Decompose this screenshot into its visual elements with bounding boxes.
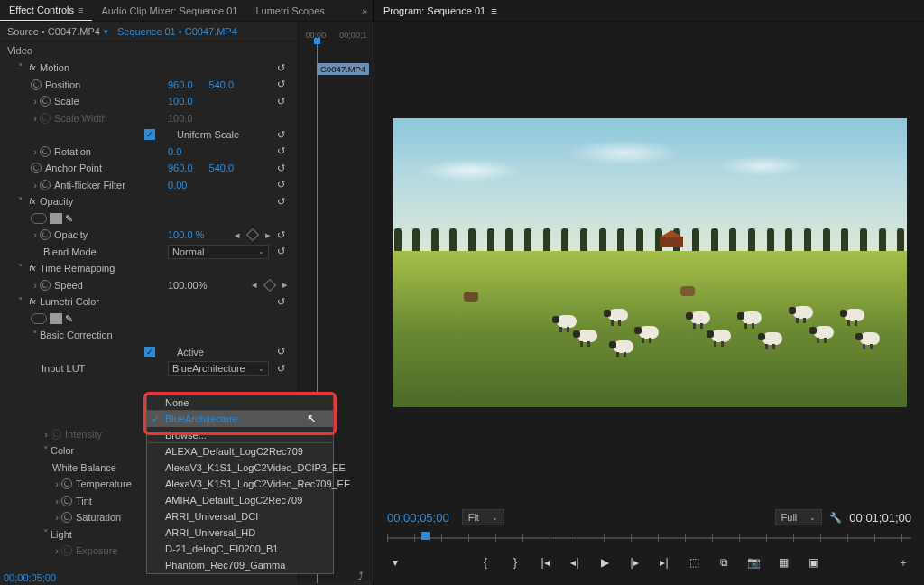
lut-option[interactable]: D-21_delogC_EI0200_B1 [147,541,333,557]
mark-out-button[interactable]: } [507,554,523,571]
blend-mode-dropdown[interactable]: Normal⌄ [168,245,269,259]
prop-opacity-value[interactable]: › Opacity 100.0 % ◂▸↺ [0,227,373,244]
play-button[interactable]: ▶ [596,554,613,571]
anchor-x[interactable]: 960.0 [168,162,193,173]
prop-blend-mode[interactable]: Blend Mode Normal⌄ ↺ [0,244,373,261]
antiflicker-value[interactable]: 0.00 [168,180,187,190]
panel-overflow-icon[interactable]: » [356,5,373,16]
reset-icon[interactable]: ↺ [273,362,288,375]
comparison-view-button[interactable]: ▦ [775,554,791,571]
prop-anchor-point[interactable]: Anchor Point 960.0540.0 ↺ [0,160,373,177]
effect-opacity[interactable]: ˅fx Opacity ↺ [0,193,373,210]
prop-scale[interactable]: › Scale 100.0 ↺ [0,93,373,110]
stopwatch-icon[interactable] [51,429,61,440]
stopwatch-icon[interactable] [61,478,72,489]
settings-icon[interactable]: 🔧 [829,512,842,524]
extract-button[interactable]: ⧉ [716,554,732,571]
lut-option[interactable]: AMIRA_Default_LogC2Rec709 [147,492,333,508]
rotation-value[interactable]: 0.0 [168,146,181,157]
anchor-y[interactable]: 540.0 [209,162,235,173]
prop-input-lut[interactable]: Input LUT BlueArchitecture⌄ ↺ [0,360,373,377]
prop-position[interactable]: Position 960.0540.0 ↺ [0,77,373,94]
opacity-value[interactable]: 100.0 % [168,229,204,240]
reset-icon[interactable]: ↺ [273,228,288,241]
reset-icon[interactable]: ↺ [273,162,288,174]
export-frame-button[interactable]: 📷 [745,554,762,571]
lut-option-browse[interactable]: Browse... [147,427,333,443]
rect-mask-icon[interactable] [50,313,62,324]
fx-badge-icon[interactable]: fx [25,195,40,208]
pen-mask-icon[interactable]: ✎ [65,213,76,224]
lut-option[interactable]: ALEXA_Default_LogC2Rec709 [147,443,333,460]
reset-icon[interactable]: ↺ [273,61,288,74]
panel-timecode[interactable]: 00;00;05;00 [4,572,56,583]
add-marker-button[interactable]: ▾ [387,554,403,571]
scale-value[interactable]: 100.0 [168,96,193,107]
program-scrub-bar[interactable] [387,527,911,549]
position-x[interactable]: 960.0 [168,79,193,90]
program-monitor-viewport[interactable] [374,22,924,504]
current-timecode[interactable]: 00;00;05;00 [387,511,449,525]
effect-motion[interactable]: ˅fx Motion ↺ [0,60,373,77]
lut-option-none[interactable]: None [147,395,333,411]
lut-option[interactable]: ARRI_Universal_DCI [147,508,333,525]
stopwatch-icon[interactable] [40,280,51,291]
lut-option[interactable]: AlexaV3_K1S1_LogC2Video_DCIP3_EE [147,460,333,476]
stopwatch-icon[interactable] [40,96,51,107]
sequence-name[interactable]: Sequence 01 • C0047.MP4 [117,26,237,37]
tab-effect-controls[interactable]: Effect Controls≡ [0,0,92,21]
reset-icon[interactable]: ↺ [273,246,288,258]
input-lut-menu[interactable]: None BlueArchitecture Browse... ALEXA_De… [146,394,334,574]
speed-value[interactable]: 100.00% [168,280,207,291]
rect-mask-icon[interactable] [50,213,62,224]
button-editor[interactable]: ＋ [895,554,911,571]
prop-active[interactable]: Active ↺ [0,344,373,361]
resolution-dropdown[interactable]: Full⌄ [775,509,823,525]
active-checkbox[interactable] [144,347,155,358]
mark-in-button[interactable]: { [477,554,494,571]
stopwatch-icon[interactable] [40,180,51,190]
keyframe-icon[interactable] [246,228,259,241]
fx-badge-icon[interactable]: fx [25,262,40,274]
stopwatch-icon[interactable] [61,512,72,523]
ellipse-mask-icon[interactable] [31,313,47,324]
input-lut-dropdown[interactable]: BlueArchitecture⌄ [168,361,269,376]
lut-option[interactable]: ARRI_Universal_HD [147,525,333,541]
reset-icon[interactable]: ↺ [273,145,288,158]
lut-option-bluearchitecture[interactable]: BlueArchitecture [147,411,333,427]
pen-mask-icon[interactable]: ✎ [65,313,76,324]
tab-audio-mixer[interactable]: Audio Clip Mixer: Sequence 01 [92,0,246,21]
step-back-button[interactable]: ◂| [567,554,583,571]
prop-antiflicker[interactable]: › Anti-flicker Filter 0.00 ↺ [0,177,373,194]
reset-icon[interactable]: ↺ [273,346,288,358]
reset-icon[interactable]: ↺ [273,295,288,308]
export-icon[interactable]: ⤴ [358,571,364,581]
position-y[interactable]: 540.0 [209,79,235,90]
keyframe-icon[interactable] [263,279,276,292]
zoom-fit-dropdown[interactable]: Fit⌄ [462,509,504,525]
tab-program[interactable]: Program: Sequence 01 ≡ [383,5,497,16]
lift-button[interactable]: ⬚ [686,554,702,571]
scrub-playhead[interactable] [421,532,430,540]
lut-option[interactable]: AlexaV3_K1S1_LogC2Video_Rec709_EE [147,476,333,492]
prop-rotation[interactable]: › Rotation 0.0 ↺ [0,144,373,161]
fx-badge-icon[interactable]: fx [25,295,40,308]
ellipse-mask-icon[interactable] [31,213,47,224]
stopwatch-icon[interactable] [61,496,72,506]
fx-badge-icon[interactable]: fx [25,61,40,74]
stopwatch-icon[interactable] [61,545,72,556]
reset-icon[interactable]: ↺ [273,128,288,141]
go-to-out-button[interactable]: ▸| [656,554,672,571]
stopwatch-icon[interactable] [40,146,51,157]
reset-icon[interactable]: ↺ [273,79,288,91]
go-to-in-button[interactable]: |◂ [537,554,553,571]
stopwatch-icon[interactable] [31,79,42,90]
panel-menu-icon[interactable]: ≡ [78,5,83,15]
section-basic-correction[interactable]: ˅Basic Correction [0,327,373,344]
prop-speed[interactable]: › Speed 100.00% ◂▸ [0,277,373,294]
reset-icon[interactable]: ↺ [273,195,288,208]
tab-lumetri-scopes[interactable]: Lumetri Scopes [246,0,333,21]
lut-option[interactable]: Phantom_Rec709_Gamma [147,557,333,573]
uniform-scale-checkbox[interactable] [144,129,155,140]
stopwatch-icon[interactable] [31,162,42,173]
